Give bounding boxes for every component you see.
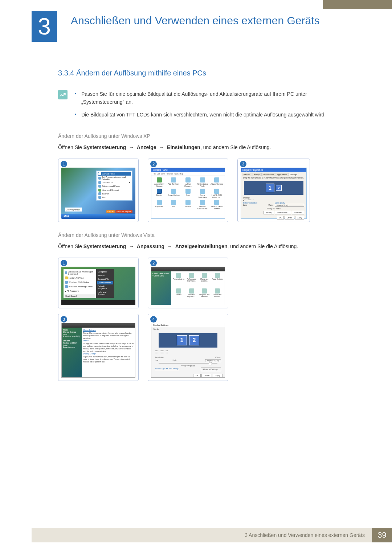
vista-display-settings: Display Settings Monitor 1 2 * * * * * *… <box>151 323 225 378</box>
xp-display-properties: Display Properties ThemesDesktopScreen S… <box>241 168 307 219</box>
note-list: Passen Sie für eine optimale Bildqualitä… <box>75 90 341 123</box>
vista-personalization: Tasks Change desktop icons Adjust font s… <box>61 323 135 378</box>
xp-control-panel: Control Panel File Edit View Favorites T… <box>151 168 225 219</box>
section-title: Ändern der Auflösung mithilfe eines PCs <box>76 69 206 77</box>
vista-screenshot-3: 3 Tasks Change desktop icons Adjust font… <box>58 314 139 381</box>
vista-screenshot-2: 2 Control Panel Home • Classic View Pers… <box>148 258 228 308</box>
vista-instruction: Öffnen Sie Systemsteuerung → Anpassung →… <box>58 242 341 251</box>
xp-start-menu: Control Panel Set Program Access and Def… <box>96 171 132 201</box>
page-footer: 3 Anschließen und Verwenden eines extern… <box>32 528 392 542</box>
step-badge-4: 4 <box>150 316 157 323</box>
chapter-number-badge: 3 <box>32 11 57 42</box>
xp-screenshot-row: 1 Control Panel Set Program Access and D… <box>58 159 341 222</box>
vista-screenshot-row-2: 3 Tasks Change desktop icons Adjust font… <box>58 314 341 381</box>
note-bullet-1: Passen Sie für eine optimale Bildqualitä… <box>75 90 341 106</box>
xp-start-button: start <box>61 214 135 219</box>
note-bullet-2: Die Bildqualität von TFT LCDs kann sich … <box>75 111 341 119</box>
section-heading: 3.3.4 Ändern der Auflösung mithilfe eine… <box>58 69 341 77</box>
footer-page-number: 39 <box>372 528 392 542</box>
content-area: 3.3.4 Ändern der Auflösung mithilfe eine… <box>58 69 341 385</box>
step-badge-2: 2 <box>150 161 157 167</box>
arrow-icon: → <box>129 144 134 150</box>
section-number: 3.3.4 <box>58 69 74 77</box>
step-badge-1: 1 <box>61 260 67 266</box>
note-icon <box>58 90 68 99</box>
xp-desktop: Control Panel Set Program Access and Def… <box>61 168 135 219</box>
vista-desktop: Windows Live Messenger Download Norton A… <box>61 267 135 305</box>
arrow-icon: → <box>129 243 134 249</box>
xp-instruction: Öffnen Sie Systemsteuerung → Anzeige → E… <box>58 143 341 152</box>
vista-subheading: Ändern der Auflösung unter Windows Vista <box>58 232 341 238</box>
xp-subheading: Ändern der Auflösung unter Windows XP <box>58 133 341 139</box>
note-block: Passen Sie für eine optimale Bildqualitä… <box>58 90 341 123</box>
xp-screenshot-1: 1 Control Panel Set Program Access and D… <box>58 159 139 222</box>
vista-screenshot-4: 4 Display Settings Monitor 1 2 * * * * *… <box>148 314 228 381</box>
arrow-icon: → <box>167 243 172 249</box>
document-page: 3 Anschließen und Verwenden eines extern… <box>0 0 392 554</box>
step-badge-3: 3 <box>240 161 246 167</box>
step-badge-2: 2 <box>150 260 157 266</box>
header-accent-bar <box>323 0 392 9</box>
vista-control-panel: Control Panel Home • Classic View Person… <box>151 267 225 305</box>
vista-screenshot-row-1: 1 Windows Live Messenger Download Norton… <box>58 258 341 308</box>
step-badge-3: 3 <box>61 316 67 323</box>
step-badge-1: 1 <box>61 161 67 167</box>
vista-screenshot-1: 1 Windows Live Messenger Download Norton… <box>58 258 139 308</box>
xp-screenshot-3: 3 Display Properties ThemesDesktopScreen… <box>237 159 310 222</box>
chapter-number: 3 <box>38 13 51 40</box>
footer-chapter-label: 3 Anschließen und Verwenden eines extern… <box>32 528 372 542</box>
chapter-title: Anschließen und Verwenden eines externen… <box>71 15 319 26</box>
xp-screenshot-2: 2 Control Panel File Edit View Favorites… <box>148 159 228 222</box>
arrow-icon: → <box>159 144 164 150</box>
